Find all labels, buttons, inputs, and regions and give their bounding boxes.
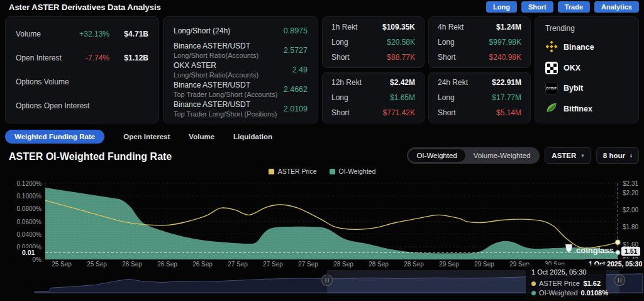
rekt-long-label: Long — [438, 38, 455, 47]
volume-change: +32.13% — [64, 30, 109, 38]
rekt-period: 24h Rekt — [438, 78, 468, 87]
options-volume-row: Options Volume — [16, 72, 148, 92]
tooltip-date: 1 Oct 2025, 05:30 — [531, 268, 601, 276]
funding-dot-icon — [531, 291, 536, 295]
trending-item-bybit[interactable]: BYBIT Bybit — [545, 82, 628, 94]
rekt-short-label: Short — [331, 108, 350, 117]
trending-item-label: Bitfinex — [564, 105, 592, 113]
rekt-column-2: 4h Rekt$1.24M Long$997.98K Short$240.98K… — [428, 16, 531, 123]
tooltip-value: $1.62 — [583, 280, 601, 287]
symbol-select[interactable]: ASTER ▾ — [545, 147, 591, 164]
trending-item-label: Binance — [564, 43, 594, 52]
chart-tabs: Weighted Funding Rate Open Interest Volu… — [5, 130, 272, 144]
trending-item-bitfinex[interactable]: Bitfinex — [545, 101, 628, 116]
ratio-value: 2.5727 — [284, 46, 308, 55]
ratio-subtitle: Top Trader Long/Short (Positions) — [174, 110, 284, 118]
options-open-interest-row: Options Open Interest — [16, 96, 148, 116]
ratio-subtitle: Long/Short Ratio(Accounts) — [174, 52, 284, 59]
ratio-title: OKX ASTER — [174, 61, 292, 70]
interval-select[interactable]: 8 hour ▴▾ — [596, 147, 639, 164]
rekt-4h-card: 4h Rekt$1.24M Long$997.98K Short$240.98K — [428, 16, 531, 68]
trending-title: Trending — [545, 24, 628, 33]
tab-open-interest[interactable]: Open Interest — [123, 130, 170, 144]
rekt-long-label: Long — [438, 93, 455, 102]
rekt-total: $22.91M — [492, 78, 521, 87]
rekt-short-value: $771.42K — [383, 108, 415, 117]
rekt-24h-card: 24h Rekt$22.91M Long$17.77M Short$5.14M — [428, 72, 531, 123]
funding-rate-axis-badge: 0.01 — [19, 248, 38, 257]
rekt-period: 1h Rekt — [331, 23, 357, 31]
legend-item-aster-price[interactable]: ASTER Price — [269, 168, 317, 175]
ratio-title: Long/Short (24h) — [174, 26, 284, 35]
okx-logo-icon — [545, 62, 558, 74]
rekt-short-label: Short — [331, 53, 350, 62]
bitfinex-logo-icon — [545, 101, 558, 116]
analytics-button[interactable]: Analytics — [594, 1, 639, 13]
ratio-subtitle: Top Trader Long/Short (Accounts) — [174, 91, 284, 98]
chart-section-title: ASTER OI-Weighted Funding Rate — [9, 151, 172, 162]
rekt-1h-card: 1h Rekt$109.35K Long$20.58K Short$88.77K — [322, 16, 425, 68]
long-short-ratios-panel: Long/Short (24h) 0.8975 Binance ASTER/US… — [163, 16, 318, 123]
trending-item-label: OKX — [564, 64, 580, 72]
interval-select-value: 8 hour — [603, 152, 625, 159]
tab-volume[interactable]: Volume — [189, 130, 214, 144]
symbol-select-value: ASTER — [552, 152, 576, 159]
coinglass-glass-icon — [565, 244, 573, 256]
navigator-handle-right[interactable] — [614, 275, 625, 286]
options-volume-label: Options Volume — [16, 77, 148, 86]
chevron-down-icon: ▾ — [581, 152, 584, 159]
tooltip-label: ASTER Price — [539, 280, 580, 287]
ratio-row: Binance ASTER/USDT Top Trader Long/Short… — [174, 100, 308, 118]
ratio-title: Binance ASTER/USDT — [174, 100, 284, 109]
rekt-long-label: Long — [331, 38, 348, 47]
rekt-total: $1.24M — [496, 23, 521, 31]
legend-label: ASTER Price — [278, 168, 317, 175]
navigator-handle-left[interactable] — [322, 275, 333, 286]
oi-weighted-toggle[interactable]: OI-Weighted — [408, 149, 465, 162]
volume-value: $4.71B — [109, 30, 148, 38]
ratio-value: 2.0109 — [284, 105, 308, 113]
rekt-total: $2.42M — [390, 78, 415, 87]
chart-tooltip: 1 Oct 2025, 05:30 ASTER Price $1.62 OI-W… — [526, 264, 606, 300]
tooltip-value: 0.0108% — [581, 289, 608, 297]
volume-weighted-toggle[interactable]: Volume-Weighted — [465, 149, 539, 162]
rekt-short-label: Short — [438, 108, 456, 117]
volume-stats-panel: Volume +32.13% $4.71B Open Interest -7.7… — [5, 16, 159, 123]
tab-weighted-funding-rate[interactable]: Weighted Funding Rate — [5, 130, 104, 144]
trending-item-label: Bybit — [564, 84, 583, 93]
open-interest-row: Open Interest -7.74% $1.12B — [16, 48, 148, 68]
price-axis-badge: 1.51 — [621, 247, 640, 256]
legend-item-oi-weighted[interactable]: OI-Weighted — [330, 168, 376, 175]
options-open-interest-label: Options Open Interest — [16, 101, 148, 110]
ratio-row: Binance ASTER/USDT Top Trader Long/Short… — [174, 81, 308, 98]
ratio-value: 0.8975 — [284, 26, 308, 35]
ratio-row: Binance ASTER/USDT Long/Short Ratio(Acco… — [174, 42, 308, 59]
tooltip-label: OI-Weighted — [539, 289, 578, 297]
rekt-long-value: $997.98K — [489, 38, 521, 47]
long-button[interactable]: Long — [486, 1, 517, 13]
rekt-short-label: Short — [438, 53, 456, 62]
ratio-row: OKX ASTER Long/Short Ratio(Accounts) 2.4… — [174, 61, 308, 79]
rekt-column-1: 1h Rekt$109.35K Long$20.58K Short$88.77K… — [322, 16, 425, 123]
binance-logo-icon — [545, 40, 558, 55]
rekt-12h-card: 12h Rekt$2.42M Long$1.65M Short$771.42K — [322, 72, 425, 123]
volume-label: Volume — [16, 30, 64, 38]
header-buttons: Long Short Trade Analytics — [486, 1, 639, 13]
chart-controls: OI-Weighted Volume-Weighted ASTER ▾ 8 ho… — [407, 147, 639, 164]
ratio-title: Binance ASTER/USDT — [174, 42, 284, 50]
rekt-total: $109.35K — [382, 23, 415, 31]
price-legend-swatch — [269, 169, 274, 174]
short-button[interactable]: Short — [521, 1, 553, 13]
ratio-row: Long/Short (24h) 0.8975 — [174, 22, 308, 40]
rekt-short-value: $5.14M — [496, 108, 521, 117]
stats-panels-row: Volume +32.13% $4.71B Open Interest -7.7… — [5, 16, 639, 123]
trending-item-okx[interactable]: OKX — [545, 62, 628, 74]
bybit-logo-icon: BYBIT — [545, 82, 558, 94]
rekt-short-value: $240.98K — [489, 53, 521, 62]
trade-button[interactable]: Trade — [558, 1, 590, 13]
chart-legend: ASTER Price OI-Weighted — [0, 168, 644, 175]
legend-label: OI-Weighted — [339, 168, 376, 175]
trending-item-binance[interactable]: Binance — [545, 40, 628, 55]
tab-liquidation[interactable]: Liquidation — [233, 130, 272, 144]
tooltip-row: ASTER Price $1.62 — [531, 280, 601, 287]
